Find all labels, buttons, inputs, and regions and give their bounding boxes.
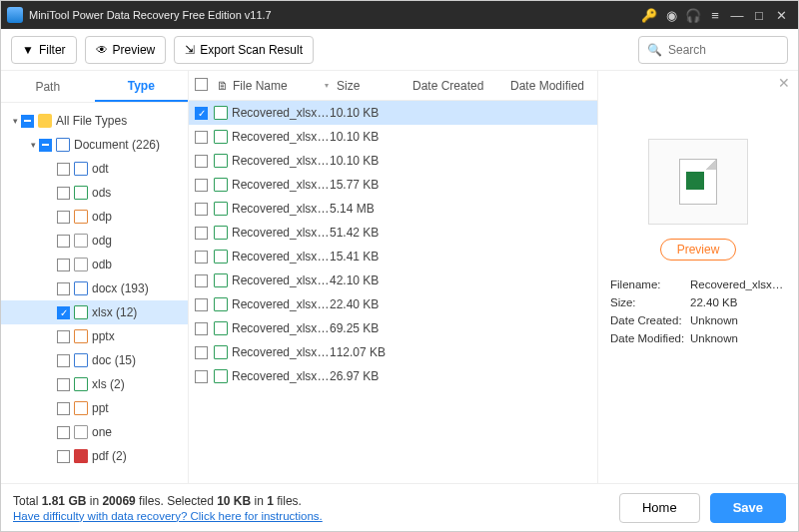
- xlsx-icon: [214, 178, 228, 192]
- tab-path[interactable]: Path: [1, 71, 95, 102]
- home-button[interactable]: Home: [619, 493, 700, 523]
- checkbox[interactable]: [57, 163, 70, 176]
- meta-size-value: 22.40 KB: [690, 296, 786, 308]
- tree-item[interactable]: doc (15): [1, 348, 188, 372]
- tree-item[interactable]: ods: [1, 181, 188, 205]
- checkbox[interactable]: [57, 378, 70, 391]
- checkbox[interactable]: [21, 115, 34, 128]
- row-checkbox[interactable]: ✓: [195, 107, 208, 120]
- headset-icon[interactable]: 🎧: [682, 8, 704, 23]
- row-checkbox[interactable]: [195, 298, 208, 311]
- checkbox[interactable]: [57, 282, 70, 295]
- file-row[interactable]: Recovered_xlsx_fi...5.14 MB: [189, 197, 597, 221]
- tree-item[interactable]: ▾All File Types: [1, 109, 188, 133]
- preview-button[interactable]: 👁Preview: [85, 36, 167, 64]
- checkbox[interactable]: [57, 187, 70, 200]
- meta-datemodified-label: Date Modified:: [610, 332, 690, 344]
- col-date-modified[interactable]: Date Modified: [510, 79, 597, 93]
- search-input[interactable]: [668, 43, 779, 57]
- file-row[interactable]: Recovered_xlsx_fi...26.97 KB: [189, 364, 597, 388]
- file-name: Recovered_xlsx_fi...: [232, 106, 330, 120]
- file-row[interactable]: Recovered_xlsx_fi...10.10 KB: [189, 125, 597, 149]
- checkbox[interactable]: [57, 426, 70, 439]
- checkbox[interactable]: [57, 235, 70, 248]
- open-preview-button[interactable]: Preview: [660, 239, 737, 261]
- file-row[interactable]: Recovered_xlsx_fi...15.77 KB: [189, 173, 597, 197]
- tree-item[interactable]: odg: [1, 229, 188, 253]
- filetype-icon: [74, 305, 88, 319]
- row-checkbox[interactable]: [195, 251, 208, 264]
- checkbox[interactable]: [57, 330, 70, 343]
- tree-item[interactable]: odp: [1, 205, 188, 229]
- file-size: 10.10 KB: [330, 106, 405, 120]
- caret-icon[interactable]: ▾: [9, 116, 21, 126]
- checkbox[interactable]: [57, 402, 70, 415]
- tree-label: doc (15): [92, 353, 136, 367]
- checkbox[interactable]: [57, 450, 70, 463]
- filter-button[interactable]: ▼Filter: [11, 36, 77, 64]
- col-filename[interactable]: 🗎File Name▾: [217, 79, 337, 93]
- row-checkbox[interactable]: [195, 274, 208, 287]
- file-row[interactable]: Recovered_xlsx_fi...22.40 KB: [189, 292, 597, 316]
- sidebar: Path Type ▾All File Types▾Document (226)…: [1, 71, 189, 483]
- disc-icon[interactable]: ◉: [660, 8, 682, 23]
- tree-label: xls (2): [92, 377, 125, 391]
- export-button[interactable]: ⇲Export Scan Result: [174, 36, 314, 64]
- minimize-button[interactable]: —: [726, 8, 748, 23]
- tree-item[interactable]: docx (193): [1, 276, 188, 300]
- tree-item[interactable]: ▾Document (226): [1, 133, 188, 157]
- tab-type[interactable]: Type: [95, 71, 189, 102]
- row-checkbox[interactable]: [195, 346, 208, 359]
- file-row[interactable]: Recovered_xlsx_fi...42.10 KB: [189, 268, 597, 292]
- tree-label: one: [92, 425, 112, 439]
- menu-icon[interactable]: ≡: [704, 8, 726, 23]
- export-icon: ⇲: [185, 43, 195, 57]
- checkbox[interactable]: [39, 139, 52, 152]
- tree-item[interactable]: pdf (2): [1, 444, 188, 468]
- file-row[interactable]: Recovered_xlsx_fi...10.10 KB: [189, 149, 597, 173]
- tree-item[interactable]: one: [1, 420, 188, 444]
- row-checkbox[interactable]: [195, 155, 208, 168]
- export-label: Export Scan Result: [200, 43, 303, 57]
- xlsx-icon: [214, 297, 228, 311]
- file-row[interactable]: Recovered_xlsx_fi...69.25 KB: [189, 316, 597, 340]
- close-button[interactable]: ✕: [770, 8, 792, 23]
- file-size: 10.10 KB: [330, 154, 405, 168]
- checkbox[interactable]: ✓: [57, 306, 70, 319]
- checkbox[interactable]: [57, 354, 70, 367]
- meta-filename-value: Recovered_xlsx_file(: [690, 278, 786, 290]
- xlsx-icon: [214, 226, 228, 240]
- row-checkbox[interactable]: [195, 227, 208, 240]
- file-type-tree[interactable]: ▾All File Types▾Document (226)odtodsodpo…: [1, 103, 188, 483]
- file-row[interactable]: Recovered_xlsx_fi...112.07 KB: [189, 340, 597, 364]
- file-row[interactable]: Recovered_xlsx_fi...51.42 KB: [189, 221, 597, 245]
- row-checkbox[interactable]: [195, 131, 208, 144]
- xlsx-icon: [214, 130, 228, 144]
- col-size[interactable]: Size: [337, 79, 412, 93]
- row-checkbox[interactable]: [195, 322, 208, 335]
- help-link[interactable]: Have difficulty with data recovery? Clic…: [13, 510, 323, 522]
- row-checkbox[interactable]: [195, 203, 208, 216]
- tree-item[interactable]: odb: [1, 253, 188, 276]
- checkbox[interactable]: [57, 211, 70, 224]
- row-checkbox[interactable]: [195, 370, 208, 383]
- maximize-button[interactable]: □: [748, 8, 770, 23]
- tree-item[interactable]: ppt: [1, 396, 188, 420]
- search-box[interactable]: 🔍: [638, 36, 788, 64]
- tree-item[interactable]: odt: [1, 157, 188, 181]
- file-row[interactable]: Recovered_xlsx_fi...15.41 KB: [189, 245, 597, 268]
- checkbox[interactable]: [57, 259, 70, 271]
- file-name: Recovered_xlsx_fi...: [232, 297, 330, 311]
- file-rows[interactable]: ✓Recovered_xlsx_fi...10.10 KBRecovered_x…: [189, 101, 597, 483]
- key-icon[interactable]: 🔑: [638, 8, 660, 23]
- tree-item[interactable]: pptx: [1, 324, 188, 348]
- row-checkbox[interactable]: [195, 179, 208, 192]
- tree-item[interactable]: ✓xlsx (12): [1, 300, 188, 324]
- select-all-checkbox[interactable]: [195, 78, 208, 91]
- close-preview-icon[interactable]: ✕: [778, 75, 790, 91]
- tree-item[interactable]: xls (2): [1, 372, 188, 396]
- file-row[interactable]: ✓Recovered_xlsx_fi...10.10 KB: [189, 101, 597, 125]
- save-button[interactable]: Save: [710, 493, 786, 523]
- col-date-created[interactable]: Date Created: [412, 79, 510, 93]
- caret-icon[interactable]: ▾: [27, 140, 39, 150]
